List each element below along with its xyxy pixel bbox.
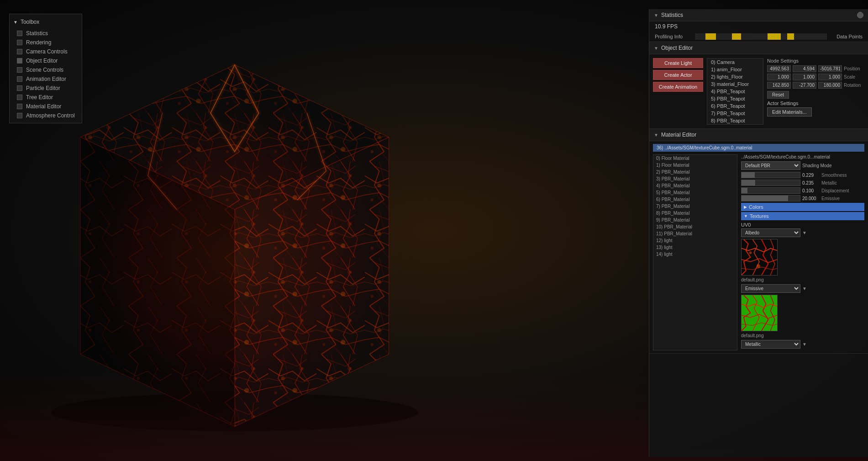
material-list-item-6[interactable]: 6) PBR_Material [653, 196, 737, 203]
toolbox-item-object-editor[interactable]: Object Editor [10, 56, 82, 65]
toolbox-item-camera-controls[interactable]: Camera Controls [10, 47, 82, 56]
material-list-item-10[interactable]: 10) PBR_Material [653, 223, 737, 230]
shading-mode-label: Shading Mode [802, 163, 832, 168]
albedo-select[interactable]: Albedo [741, 228, 800, 237]
toolbox-label-particle-editor: Particle Editor [26, 85, 60, 91]
profiling-row: Profiling Info Data Points [649, 32, 868, 42]
material-prop-name-3: Emissive [821, 196, 853, 201]
profiling-bar-container [695, 33, 827, 40]
material-list-item-3[interactable]: 3) PBR_Material [653, 175, 737, 182]
toolbox-item-animation-editor[interactable]: Animation Editor [10, 74, 82, 84]
object-list-item-4[interactable]: 4) PBR_Teapot [707, 88, 763, 95]
toolbox-label-rendering: Rendering [26, 39, 51, 46]
toolbox-checkbox-material-editor [17, 104, 22, 109]
scale-row: Scale [767, 74, 864, 80]
lava-cube-render [27, 5, 461, 439]
shading-mode-select[interactable]: Default PBR Unlit Standard [741, 161, 800, 170]
material-list-item-5[interactable]: 5) PBR_Material [653, 189, 737, 196]
edit-materials-button[interactable]: Edit Materials... [767, 107, 812, 117]
reset-button[interactable]: Reset [767, 91, 789, 99]
svg-point-20 [757, 265, 760, 268]
position-y-input[interactable] [793, 65, 816, 72]
toolbox-item-atmosphere-control[interactable]: Atmosphere Control [10, 111, 82, 120]
object-list-item-5[interactable]: 5) PBR_Teapot [707, 95, 763, 102]
toolbox-checkbox-object-editor [17, 58, 22, 64]
toolbox-panel: ▼ Toolbox StatisticsRenderingCamera Cont… [9, 14, 82, 123]
statistics-header[interactable]: ▼ Statistics [649, 9, 868, 21]
rotation-x-input[interactable] [767, 82, 791, 89]
material-slider-3[interactable] [741, 195, 800, 201]
scale-x-input[interactable] [767, 74, 791, 80]
toolbox-item-statistics[interactable]: Statistics [10, 29, 82, 38]
rotation-y-input[interactable] [793, 82, 816, 89]
statistics-header-left: ▼ Statistics [654, 12, 683, 18]
object-editor-header[interactable]: ▼ Object Editor [649, 42, 868, 54]
toolbox-item-scene-controls[interactable]: Scene Controls [10, 65, 82, 74]
emissive-select[interactable]: Emissive [741, 284, 800, 293]
material-prop-row-2: 0.100Displacement [741, 187, 864, 194]
metallic-arrow: ▼ [802, 342, 807, 347]
data-points-label: Data Points [831, 34, 863, 39]
material-list-item-13[interactable]: 13) light [653, 244, 737, 251]
toolbox-checkbox-camera-controls [17, 49, 22, 54]
position-x-input[interactable] [767, 65, 791, 72]
object-list-item-2[interactable]: 2) lights_Floor [707, 73, 763, 80]
rotation-z-input[interactable] [818, 82, 842, 89]
emissive-file-label: default.png [741, 333, 864, 338]
material-slider-0[interactable] [741, 172, 800, 178]
material-selected-path[interactable]: 36) ../Assets/SGM/textureCube.sgm.0..mat… [653, 144, 864, 152]
material-slider-1[interactable] [741, 180, 800, 186]
albedo-texture-svg [742, 239, 777, 276]
toolbox-item-material-editor[interactable]: Material Editor [10, 102, 82, 111]
scale-z-input[interactable] [818, 74, 842, 80]
material-list-item-9[interactable]: 9) PBR_Material [653, 217, 737, 223]
material-prop-value-0: 0.229 [802, 173, 820, 178]
create-animation-button[interactable]: Create Animation [653, 82, 703, 92]
toolbox-label-object-editor: Object Editor [26, 58, 58, 64]
textures-section-button[interactable]: ▼ Textures [741, 212, 864, 220]
toolbox-item-rendering[interactable]: Rendering [10, 38, 82, 47]
object-list-item-7[interactable]: 7) PBR_Teapot [707, 110, 763, 117]
material-list-item-8[interactable]: 8) PBR_Material [653, 210, 737, 217]
object-list: 0) Camera1) anim_Floor2) lights_Floor3) … [707, 58, 763, 125]
material-editor-title: Material Editor [661, 132, 696, 138]
toolbox-checkbox-animation-editor [17, 76, 22, 82]
colors-section-button[interactable]: ▶ Colors [741, 203, 864, 211]
material-list-item-12[interactable]: 12) light [653, 237, 737, 244]
material-path-bar: 36) ../Assets/SGM/textureCube.sgm.0..mat… [653, 144, 864, 152]
scale-y-input[interactable] [793, 74, 816, 80]
object-list-item-8[interactable]: 8) PBR_Teapot [707, 117, 763, 124]
toolbox-item-tree-editor[interactable]: Tree Editor [10, 93, 82, 102]
material-slider-2[interactable] [741, 187, 800, 194]
create-light-button[interactable]: Create Light [653, 58, 703, 68]
statistics-toggle-circle[interactable] [857, 12, 863, 18]
textures-arrow: ▼ [744, 214, 748, 218]
material-editor-header[interactable]: ▼ Material Editor [649, 129, 868, 141]
material-list-item-14[interactable]: 14) light [653, 251, 737, 258]
toolbox-label-tree-editor: Tree Editor [26, 94, 53, 101]
object-list-item-1[interactable]: 1) anim_Floor [707, 66, 763, 73]
node-settings-title: Node Settings [767, 58, 864, 64]
material-prop-row-3: 20.000Emissive [741, 195, 864, 201]
material-editor-body: 36) ../Assets/SGM/textureCube.sgm.0..mat… [649, 141, 868, 353]
material-slider-fill-0 [742, 172, 755, 178]
object-list-item-3[interactable]: 3) material_Floor [707, 80, 763, 88]
material-list-item-7[interactable]: 7) PBR_Material [653, 203, 737, 210]
create-actor-button[interactable]: Create Actor [653, 70, 703, 80]
material-prop-value-3: 20.000 [802, 196, 820, 201]
object-list-item-6[interactable]: 6) PBR_Teapot [707, 102, 763, 110]
position-z-input[interactable] [818, 65, 842, 72]
profiling-bar-4 [787, 33, 794, 40]
toolbox-items: StatisticsRenderingCamera ControlsObject… [10, 29, 82, 120]
toolbox-header[interactable]: ▼ Toolbox [10, 17, 82, 27]
metallic-select[interactable]: Metallic [741, 340, 800, 349]
material-list-item-11[interactable]: 11) PBR_Material [653, 230, 737, 237]
material-list-item-4[interactable]: 4) PBR_Material [653, 182, 737, 189]
object-list-item-0[interactable]: 0) Camera [707, 58, 763, 66]
material-list-item-1[interactable]: 1) Floor Material [653, 162, 737, 169]
material-list-item-0[interactable]: 0) Floor Material [653, 155, 737, 162]
colors-arrow: ▶ [744, 205, 747, 209]
metallic-select-row: Metallic ▼ [741, 340, 864, 349]
toolbox-item-particle-editor[interactable]: Particle Editor [10, 84, 82, 93]
material-list-item-2[interactable]: 2) PBR_Material [653, 169, 737, 175]
